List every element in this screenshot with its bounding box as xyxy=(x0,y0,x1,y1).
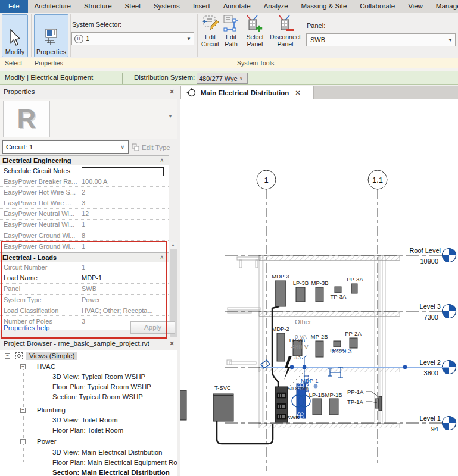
panel-dropdown[interactable]: SWB ▼ xyxy=(306,33,456,46)
equipment-lp-1b[interactable] xyxy=(313,399,322,415)
level-marker-roof[interactable] xyxy=(443,249,456,262)
tab-insert[interactable]: Insert xyxy=(193,0,210,13)
tree-item-label: Section: Typical Room WSHP xyxy=(52,393,143,400)
tree-item[interactable]: 3D View: Toilet Room xyxy=(0,416,177,426)
tab-view[interactable]: View xyxy=(408,0,423,13)
tab-collaborate[interactable]: Collaborate xyxy=(360,0,395,13)
section-header-electrical-engineering[interactable]: Electrical Engineering ∧ xyxy=(0,155,169,165)
property-row[interactable]: Load Classification HVAC; Other; Recepta… xyxy=(0,305,169,316)
edit-type-button[interactable]: Edit Type xyxy=(132,142,175,153)
collapse-node-icon[interactable]: − xyxy=(20,439,26,444)
edit-path-label-2: Path xyxy=(225,40,238,48)
select-panel-label-2: Panel xyxy=(247,40,263,48)
equipment-mdp-3[interactable] xyxy=(275,281,286,306)
tree-item[interactable]: 3D View: Typical Room WSHP xyxy=(0,372,177,383)
property-row[interactable]: Schedule Circuit Notes xyxy=(0,165,169,176)
disconnect-panel-button[interactable]: Disconnect Panel xyxy=(267,14,304,48)
label-mp-3b: MP-3B xyxy=(311,280,328,286)
equipment-wall-panels[interactable] xyxy=(375,396,382,411)
panel-dropdown-value: SWB xyxy=(310,36,325,43)
equipment-lp-3b[interactable] xyxy=(296,287,305,302)
equipment-mp-1b[interactable] xyxy=(329,399,338,415)
grid-bubble-1[interactable]: 1 xyxy=(257,170,276,189)
tree-item[interactable]: Floor Plan: Toilet Room xyxy=(0,426,177,436)
collapse-node-icon[interactable]: − xyxy=(20,364,26,369)
select-panel-button[interactable]: Select Panel xyxy=(243,14,267,48)
property-row[interactable]: EasyPower Ground Wi... 8 xyxy=(0,230,169,241)
select-panel-icon xyxy=(246,14,264,33)
property-row[interactable]: Load Name MDP-1 xyxy=(0,273,169,284)
section-header-electrical-loads[interactable]: Electrical - Loads ∧ xyxy=(0,252,169,262)
property-row[interactable]: System Type Power xyxy=(0,295,169,305)
tab-systems[interactable]: Systems xyxy=(154,0,180,13)
edit-circuit-button[interactable]: Edit Circuit xyxy=(198,14,222,48)
tree-item-label: 3D View: Toilet Room xyxy=(52,416,118,424)
grip-dot[interactable] xyxy=(314,384,318,389)
edit-circuit-label-1: Edit xyxy=(205,33,216,40)
tree-item-label: 3D View: Typical Room WSHP xyxy=(52,373,145,380)
modify-button[interactable]: Modify xyxy=(2,14,28,57)
tab-analyze[interactable]: Analyze xyxy=(264,0,288,13)
dimension-horizontal-value[interactable]: 5429.3 xyxy=(332,347,352,355)
schedule-circuit-notes-input[interactable] xyxy=(82,167,164,176)
collapse-icon[interactable]: ∧ xyxy=(160,254,164,260)
tree-item[interactable]: Section: Typical Room WSHP xyxy=(0,393,177,403)
tree-item-label: Floor Plan: Typical Room WSHP xyxy=(52,383,151,390)
properties-help-link[interactable]: Properties help xyxy=(4,324,49,331)
equipment-mp-3b[interactable] xyxy=(316,287,323,302)
tab-structure[interactable]: Structure xyxy=(84,0,112,13)
property-row[interactable]: EasyPower Hot Wire S... 2 xyxy=(0,187,169,198)
tree-item[interactable]: 3D View: Main Electrical Distribution xyxy=(0,448,177,458)
level-marker-3[interactable] xyxy=(443,305,456,318)
property-row[interactable]: Circuit Number 1 xyxy=(0,262,169,273)
equipment-t-svc[interactable] xyxy=(213,394,233,421)
tab-annotate[interactable]: Annotate xyxy=(223,0,251,13)
property-row[interactable]: EasyPower Neutral Wi... 12 xyxy=(0,209,169,220)
disconnect-panel-icon xyxy=(276,14,294,33)
scroll-up-icon[interactable]: ▲ xyxy=(171,243,175,247)
collapse-node-icon[interactable]: − xyxy=(20,408,26,413)
properties-button[interactable]: Properties xyxy=(34,14,68,57)
tab-steel[interactable]: Steel xyxy=(125,0,141,13)
tree-item-hvac[interactable]: − HVAC xyxy=(0,362,177,372)
property-row[interactable]: Panel SWB xyxy=(0,284,169,295)
equipment-tp-2a[interactable] xyxy=(334,341,341,347)
modify-options-bar: Modify | Electrical Equipment Distributi… xyxy=(0,71,458,85)
equipment-mdp-2[interactable] xyxy=(277,333,285,361)
close-icon[interactable]: ✕ xyxy=(169,88,175,96)
property-row[interactable]: EasyPower Ground Wi... 1 xyxy=(0,241,169,252)
property-row[interactable]: EasyPower Neutral Wi... 1 xyxy=(0,220,169,230)
distribution-system-dropdown[interactable]: 480/277 Wye ∨ xyxy=(197,73,248,84)
tab-file[interactable]: File xyxy=(0,0,28,13)
collapse-icon[interactable]: ∧ xyxy=(160,157,164,163)
level-marker-1[interactable] xyxy=(443,416,456,430)
grid-bubble-1-1[interactable]: 1.1 xyxy=(368,170,387,189)
tree-item[interactable]: Floor Plan: Main Electrical Equipment Ro… xyxy=(0,458,177,468)
equipment-pp-3a[interactable] xyxy=(351,284,357,293)
collapse-node-icon[interactable]: − xyxy=(5,353,10,359)
equipment-mp-2b[interactable] xyxy=(316,341,323,357)
system-selector-dropdown[interactable]: II 1 ▼ xyxy=(71,32,194,45)
apply-button[interactable]: Apply xyxy=(130,321,175,334)
chevron-down-icon: ▼ xyxy=(186,36,194,42)
property-row[interactable]: EasyPower Hot Wire ... 3 xyxy=(0,198,169,209)
equipment-switchboard[interactable] xyxy=(275,387,288,422)
type-selector-dropdown[interactable]: Circuit: 1 ∨ xyxy=(2,140,129,154)
tab-manage[interactable]: Manage xyxy=(436,0,458,13)
property-row[interactable]: EasyPower Breaker Ra... 100.00 A xyxy=(0,176,169,187)
tree-item[interactable]: Floor Plan: Typical Room WSHP xyxy=(0,383,177,393)
equipment-pp-2a[interactable] xyxy=(350,338,357,348)
tree-item-views-simple[interactable]: − Views (Simple) xyxy=(0,352,177,362)
close-icon[interactable]: ✕ xyxy=(169,340,175,347)
circuit-icon: II xyxy=(74,35,83,43)
tab-massing-site[interactable]: Massing & Site xyxy=(301,0,347,13)
tree-item-active-view[interactable]: Section: Main Electrical Distribution xyxy=(0,468,177,476)
equipment-edge-transformer[interactable] xyxy=(180,390,186,420)
edit-path-button[interactable]: Edit Path xyxy=(221,14,241,48)
tab-architecture[interactable]: Architecture xyxy=(35,0,71,13)
equipment-tp-3a[interactable] xyxy=(335,287,341,293)
disconnect-panel-label-1: Disconnect xyxy=(270,33,301,40)
tree-item-plumbing[interactable]: − Plumbing xyxy=(0,406,177,416)
tree-item-power[interactable]: − Power xyxy=(0,437,177,447)
chevron-down-icon[interactable]: ▼ xyxy=(168,114,173,119)
